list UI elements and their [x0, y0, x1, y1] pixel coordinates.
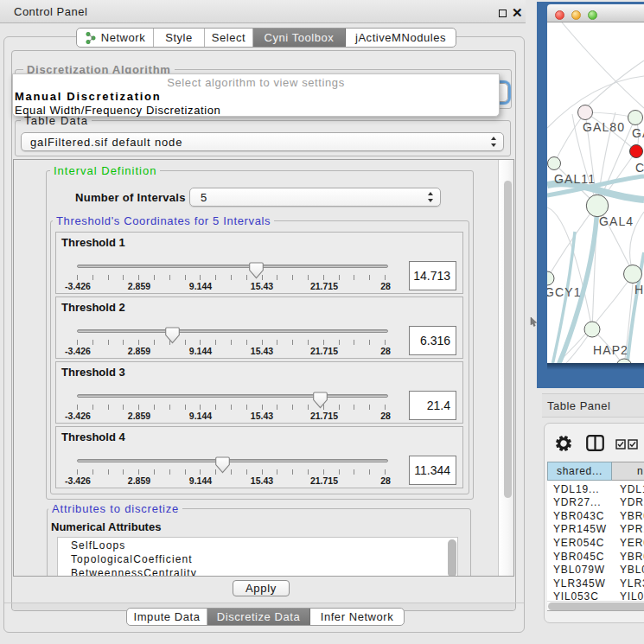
svg-text:GAL80: GAL80: [583, 120, 625, 134]
svg-text:GAL4: GAL4: [599, 214, 634, 228]
svg-text:GAL11: GAL11: [554, 172, 596, 186]
svg-text:GCY1: GCY1: [547, 285, 582, 299]
svg-text:HAP2: HAP2: [593, 343, 628, 357]
svg-text:GAL1: GAL1: [632, 126, 644, 140]
svg-text:HIS: HIS: [634, 283, 644, 296]
svg-text:CYC: CYC: [635, 161, 644, 175]
